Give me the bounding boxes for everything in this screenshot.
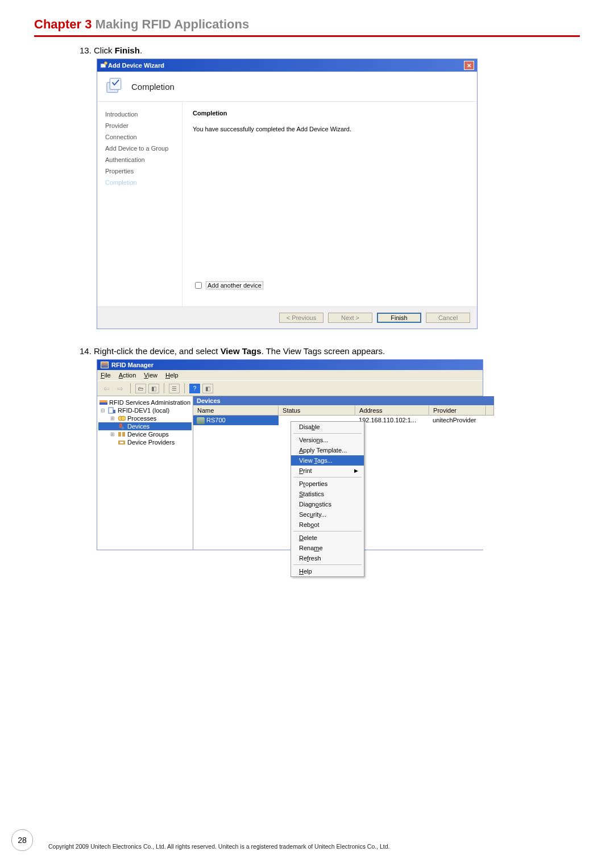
- tree-processes[interactable]: ⊞ Processes: [98, 414, 192, 422]
- next-button: Next >: [328, 313, 372, 323]
- server-icon: [108, 407, 116, 414]
- wizard-main-panel: Completion You have successfully complet…: [182, 102, 477, 306]
- properties-icon[interactable]: ☰: [169, 384, 180, 393]
- wizard-icon: [100, 61, 108, 69]
- col-provider[interactable]: Provider: [429, 405, 486, 416]
- expander-icon[interactable]: ⊞: [109, 416, 116, 421]
- wizard-step-completion: Completion: [105, 177, 180, 188]
- toolbar-separator: [130, 383, 131, 393]
- wizard-step-provider: Provider: [105, 120, 180, 131]
- help-icon[interactable]: ?: [189, 384, 200, 393]
- tree-device-groups[interactable]: ⊞ Device Groups: [98, 430, 192, 438]
- device-icon: [197, 417, 205, 424]
- export-list-icon[interactable]: ◧: [202, 384, 213, 393]
- svg-rect-15: [120, 442, 123, 443]
- cancel-button: Cancel: [426, 313, 470, 323]
- menu-separator: [293, 477, 362, 477]
- completion-heading: Completion: [193, 110, 467, 117]
- add-another-checkbox[interactable]: [195, 282, 202, 289]
- menu-file[interactable]: FFileile: [101, 372, 111, 379]
- previous-button: < Previous: [279, 313, 323, 323]
- processes-icon: [118, 415, 126, 422]
- step-bold: Finish: [115, 45, 140, 55]
- finish-button[interactable]: Finish: [377, 313, 421, 323]
- wizard-step-introduction: Introduction: [105, 109, 180, 120]
- ctx-diagnostics[interactable]: DiagnosticsDiagnostics: [291, 499, 364, 509]
- manager-title: RFID Manager: [111, 362, 154, 368]
- svg-point-1: [105, 62, 107, 65]
- cell-provider: unitechProvider: [429, 416, 486, 425]
- tree-root[interactable]: RFID Services Administration: [98, 398, 192, 406]
- banner-text: Completion: [131, 82, 175, 92]
- menu-view[interactable]: ViewView: [144, 372, 157, 379]
- footer-copyright: Copyright 2009 Unitech Electronics Co., …: [48, 843, 390, 850]
- ctx-reboot[interactable]: RebootReboot: [291, 520, 364, 530]
- step-prefix: Right-click the device, and select: [94, 346, 221, 356]
- wizard-step-authentication: Authentication: [105, 154, 180, 165]
- chapter-label: Chapter 3: [34, 17, 92, 31]
- wizard-step-add-to-group: Add Device to a Group: [105, 143, 180, 154]
- close-button[interactable]: ✕: [464, 61, 474, 70]
- chapter-title: Making RFID Applications: [96, 17, 250, 31]
- list-header: Name Status Address Provider: [193, 405, 494, 416]
- menubar: FFileile ActionAction ViewView HelpHelp: [97, 370, 483, 380]
- dialog-banner: Completion: [97, 72, 477, 102]
- chapter-header: Chapter 3 Making RFID Applications: [34, 17, 580, 37]
- expander-icon[interactable]: ⊟: [99, 408, 106, 413]
- svg-rect-6: [109, 408, 113, 413]
- back-icon: ⇦: [101, 383, 112, 394]
- devices-icon: [118, 423, 126, 430]
- add-device-wizard-dialog: Add Device Wizard ✕ Completion Introduct…: [97, 59, 478, 329]
- ctx-properties[interactable]: PropertiesProperties: [291, 479, 364, 489]
- page-number: 28: [11, 829, 33, 851]
- menu-help[interactable]: HelpHelp: [165, 372, 179, 379]
- ctx-disable[interactable]: DisableDisable: [291, 422, 364, 432]
- col-status[interactable]: Status: [279, 405, 355, 416]
- dialog-button-bar: < Previous Next > Finish Cancel: [97, 306, 477, 329]
- up-level-icon[interactable]: 🗁: [135, 384, 146, 393]
- svg-rect-7: [113, 410, 115, 413]
- svg-rect-13: [122, 432, 125, 437]
- show-hide-tree-icon[interactable]: ◧: [148, 384, 159, 393]
- menu-action[interactable]: ActionAction: [119, 372, 136, 379]
- toolbar-separator: [184, 383, 185, 393]
- toolbar: ⇦ ⇨ 🗁 ◧ ☰ ? ◧: [97, 380, 483, 396]
- col-address[interactable]: Address: [355, 405, 429, 416]
- step-14: 14. Right-click the device, and select V…: [80, 346, 580, 356]
- ctx-help[interactable]: HelpHelp: [291, 566, 364, 576]
- tree-devices[interactable]: Devices: [98, 422, 192, 430]
- menu-separator: [293, 433, 362, 434]
- forward-icon: ⇨: [114, 383, 126, 394]
- menu-separator: [293, 564, 362, 565]
- col-extra[interactable]: [486, 405, 494, 416]
- ctx-print[interactable]: PrintPrint▶: [291, 466, 364, 476]
- ctx-statistics[interactable]: StatisticsStatistics: [291, 489, 364, 499]
- ctx-view-tags[interactable]: View Tags...View Tags...: [291, 455, 364, 466]
- add-another-label: Add another device: [206, 281, 263, 289]
- dialog-titlebar: Add Device Wizard ✕: [97, 59, 477, 72]
- tree-panel: RFID Services Administration ⊟ RFID-DEV1…: [97, 396, 193, 550]
- step-bold: View Tags: [221, 346, 262, 356]
- rfid-manager-window: RFID Manager FFileile ActionAction ViewV…: [97, 359, 483, 550]
- cell-address: 192.168.110.102:1...: [355, 416, 429, 425]
- step-number: 13.: [80, 45, 92, 55]
- ctx-apply-template[interactable]: Apply Template...Apply Template...: [291, 445, 364, 455]
- ctx-refresh[interactable]: RefreshRefresh: [291, 553, 364, 563]
- step-suffix: .: [140, 45, 142, 55]
- tree-device-providers[interactable]: Device Providers: [98, 438, 192, 446]
- device-providers-icon: [118, 439, 126, 446]
- ctx-versions[interactable]: Versions...Versions...: [291, 435, 364, 445]
- wizard-steps-list: Introduction Provider Connection Add Dev…: [97, 102, 182, 306]
- tree-server[interactable]: ⊟ RFID-DEV1 (local): [98, 406, 192, 414]
- step-suffix: . The View Tags screen appears.: [262, 346, 385, 356]
- ctx-security[interactable]: Security...Security...: [291, 509, 364, 520]
- root-icon: [99, 399, 107, 406]
- ctx-rename[interactable]: RenameRename: [291, 543, 364, 553]
- col-name[interactable]: Name: [193, 405, 279, 416]
- cell-name: RS700: [193, 416, 279, 425]
- svg-rect-5: [99, 402, 107, 405]
- list-title: Devices: [193, 396, 494, 405]
- ctx-delete[interactable]: DeleteDelete: [291, 533, 364, 543]
- expander-icon[interactable]: ⊞: [109, 431, 116, 437]
- app-icon: [101, 362, 109, 368]
